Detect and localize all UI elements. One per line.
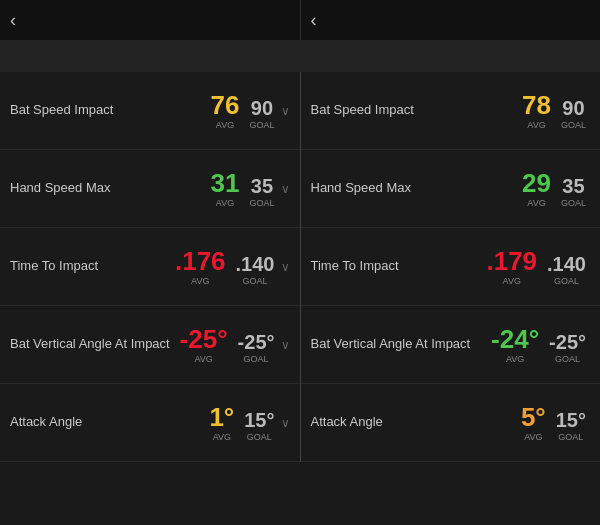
stat-goal-block: 35GOAL — [249, 176, 274, 208]
stat-row: Hand Speed Max31AVG35GOAL∨ — [0, 150, 300, 228]
stat-goal-block: 90GOAL — [561, 98, 586, 130]
stat-row: Bat Vertical Angle At Impact-24°AVG-25°G… — [301, 306, 601, 384]
stat-goal-block: 35GOAL — [561, 176, 586, 208]
stat-avg-block: 5°AVG — [521, 404, 546, 442]
stat-label: Bat Vertical Angle At Impact — [311, 336, 492, 353]
chevron-down-icon[interactable]: ∨ — [281, 260, 290, 274]
stat-avg-block: 31AVG — [211, 170, 240, 208]
stat-values: .176AVG.140GOAL — [175, 248, 275, 286]
stat-goal-number: 90 — [562, 98, 584, 118]
stat-row: Attack Angle1°AVG15°GOAL∨ — [0, 384, 300, 462]
stat-row: Hand Speed Max29AVG35GOAL — [301, 150, 601, 228]
banner-row — [0, 40, 600, 72]
main-content: Bat Speed Impact76AVG90GOAL∨Hand Speed M… — [0, 72, 600, 462]
stat-avg-number: -25° — [180, 326, 228, 352]
stat-avg-number: 78 — [522, 92, 551, 118]
stat-avg-number: 31 — [211, 170, 240, 196]
stat-goal-label: GOAL — [247, 432, 272, 442]
stat-avg-block: -25°AVG — [180, 326, 228, 364]
stat-goal-number: 15° — [244, 410, 274, 430]
stat-goal-block: 15°GOAL — [244, 410, 274, 442]
stat-avg-number: 76 — [211, 92, 240, 118]
stat-avg-label: AVG — [216, 198, 234, 208]
stat-label: Time To Impact — [311, 258, 487, 275]
stat-avg-label: AVG — [191, 276, 209, 286]
right-panel: Bat Speed Impact78AVG90GOALHand Speed Ma… — [301, 72, 601, 462]
stat-label: Bat Speed Impact — [311, 102, 523, 119]
stat-avg-label: AVG — [524, 432, 542, 442]
chevron-down-icon[interactable]: ∨ — [281, 182, 290, 196]
stat-avg-block: 1°AVG — [209, 404, 234, 442]
stat-goal-block: .140GOAL — [547, 254, 586, 286]
stat-values: -25°AVG-25°GOAL — [180, 326, 275, 364]
stat-goal-number: -25° — [549, 332, 586, 352]
stat-label: Hand Speed Max — [10, 180, 211, 197]
right-prev-arrow[interactable]: ‹ — [311, 10, 317, 31]
stat-goal-number: 15° — [556, 410, 586, 430]
stat-label: Attack Angle — [311, 414, 521, 431]
stat-avg-label: AVG — [506, 354, 524, 364]
stat-avg-block: .176AVG — [175, 248, 226, 286]
stat-goal-label: GOAL — [243, 276, 268, 286]
stat-label: Bat Speed Impact — [10, 102, 211, 119]
stat-label: Bat Vertical Angle At Impact — [10, 336, 180, 353]
stat-avg-label: AVG — [216, 120, 234, 130]
stat-avg-block: .179AVG — [486, 248, 537, 286]
stat-avg-block: 76AVG — [211, 92, 240, 130]
stat-goal-number: 35 — [562, 176, 584, 196]
stat-avg-number: 29 — [522, 170, 551, 196]
stat-avg-label: AVG — [194, 354, 212, 364]
stat-goal-block: .140GOAL — [236, 254, 275, 286]
stat-goal-label: GOAL — [558, 432, 583, 442]
top-navigation: ‹ ‹ — [0, 0, 600, 40]
stat-goal-number: 35 — [251, 176, 273, 196]
stat-avg-label: AVG — [527, 198, 545, 208]
stat-avg-block: -24°AVG — [491, 326, 539, 364]
stat-values: 29AVG35GOAL — [522, 170, 586, 208]
stat-avg-number: .179 — [486, 248, 537, 274]
chevron-down-icon[interactable]: ∨ — [281, 338, 290, 352]
right-nav: ‹ — [301, 0, 601, 40]
stat-values: 31AVG35GOAL — [211, 170, 275, 208]
stat-goal-label: GOAL — [554, 276, 579, 286]
chevron-down-icon[interactable]: ∨ — [281, 104, 290, 118]
stat-row: Time To Impact.176AVG.140GOAL∨ — [0, 228, 300, 306]
stat-avg-number: 5° — [521, 404, 546, 430]
left-general-stats-label — [0, 40, 300, 46]
stat-avg-label: AVG — [503, 276, 521, 286]
stat-row: Attack Angle5°AVG15°GOAL — [301, 384, 601, 462]
stat-row: Bat Vertical Angle At Impact-25°AVG-25°G… — [0, 306, 300, 384]
stat-goal-number: .140 — [547, 254, 586, 274]
stat-goal-label: GOAL — [561, 198, 586, 208]
stat-goal-number: .140 — [236, 254, 275, 274]
stat-avg-number: .176 — [175, 248, 226, 274]
stat-avg-number: 1° — [209, 404, 234, 430]
stat-goal-block: 90GOAL — [249, 98, 274, 130]
stat-goal-block: -25°GOAL — [549, 332, 586, 364]
stat-row: Time To Impact.179AVG.140GOAL — [301, 228, 601, 306]
stat-values: 5°AVG15°GOAL — [521, 404, 586, 442]
left-nav: ‹ — [0, 0, 301, 40]
stat-avg-block: 78AVG — [522, 92, 551, 130]
stat-values: 76AVG90GOAL — [211, 92, 275, 130]
stat-avg-number: -24° — [491, 326, 539, 352]
stat-goal-number: -25° — [238, 332, 275, 352]
stat-label: Time To Impact — [10, 258, 175, 275]
stat-goal-number: 90 — [251, 98, 273, 118]
left-prev-arrow[interactable]: ‹ — [10, 10, 16, 31]
stat-row: Bat Speed Impact78AVG90GOAL — [301, 72, 601, 150]
stat-goal-label: GOAL — [555, 354, 580, 364]
chevron-down-icon[interactable]: ∨ — [281, 416, 290, 430]
stat-avg-label: AVG — [213, 432, 231, 442]
stat-goal-label: GOAL — [561, 120, 586, 130]
stat-label: Hand Speed Max — [311, 180, 523, 197]
stat-values: 78AVG90GOAL — [522, 92, 586, 130]
stat-goal-label: GOAL — [249, 198, 274, 208]
stat-goal-block: 15°GOAL — [556, 410, 586, 442]
right-general-stats-label — [300, 40, 600, 46]
stat-avg-label: AVG — [527, 120, 545, 130]
stat-values: .179AVG.140GOAL — [486, 248, 586, 286]
stat-values: 1°AVG15°GOAL — [209, 404, 274, 442]
stat-goal-label: GOAL — [244, 354, 269, 364]
stat-label: Attack Angle — [10, 414, 209, 431]
